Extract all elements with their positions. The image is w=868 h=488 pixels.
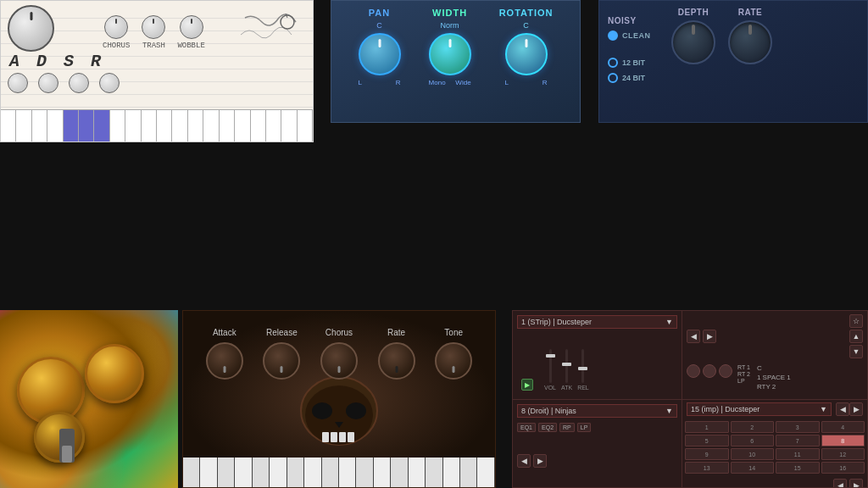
release-knob[interactable] bbox=[263, 342, 300, 380]
seq-up-button[interactable]: ▲ bbox=[849, 330, 863, 343]
vol-track[interactable] bbox=[549, 349, 552, 383]
main-knob[interactable] bbox=[8, 5, 54, 52]
seq-cell-4[interactable]: 4 bbox=[821, 421, 865, 433]
key-3[interactable] bbox=[32, 110, 47, 141]
skull-key-15[interactable] bbox=[426, 458, 442, 487]
skull-key-12[interactable] bbox=[374, 458, 391, 487]
seq-mini-knob-1[interactable] bbox=[687, 364, 700, 378]
pan-knob[interactable] bbox=[359, 33, 401, 75]
eq2-button[interactable]: EQ2 bbox=[538, 423, 557, 432]
skull-key-7[interactable] bbox=[287, 458, 304, 487]
key-2[interactable] bbox=[16, 110, 31, 141]
seq-cell-6[interactable]: 6 bbox=[731, 435, 775, 446]
decay-knob[interactable] bbox=[38, 73, 58, 93]
skull-key-9[interactable] bbox=[322, 458, 339, 487]
seq-cell-1[interactable]: 1 bbox=[685, 421, 729, 433]
seq-br-next[interactable]: ▶ bbox=[849, 402, 863, 416]
seq-arrow-prev[interactable]: ◀ bbox=[833, 479, 847, 488]
vol-thumb[interactable] bbox=[546, 354, 555, 358]
rate-knob[interactable] bbox=[728, 20, 772, 64]
seq-cell-16[interactable]: 16 bbox=[821, 462, 865, 474]
skull-key-11[interactable] bbox=[356, 458, 373, 487]
chorus-knob[interactable] bbox=[104, 15, 128, 39]
rate-knob-skull[interactable] bbox=[378, 342, 415, 380]
seq-bottom-prev[interactable]: ◀ bbox=[517, 454, 531, 468]
skull-key-2[interactable] bbox=[200, 458, 217, 487]
key-19[interactable] bbox=[281, 110, 297, 141]
seq-prev-button[interactable]: ◀ bbox=[687, 330, 700, 343]
key-12[interactable] bbox=[172, 110, 187, 141]
key-5[interactable] bbox=[64, 110, 79, 141]
skull-key-1[interactable] bbox=[183, 458, 200, 487]
key-16[interactable] bbox=[235, 110, 250, 141]
seq-cell-14[interactable]: 14 bbox=[731, 462, 775, 474]
skull-key-5[interactable] bbox=[253, 458, 270, 487]
release-knob[interactable] bbox=[99, 73, 120, 93]
seq-cell-3[interactable]: 3 bbox=[776, 421, 820, 433]
seq-top-left-dropdown[interactable]: 1 (STrip) | Ducsteper ▼ bbox=[517, 315, 677, 329]
rp-button[interactable]: RP bbox=[559, 423, 575, 432]
seq-play-button[interactable]: ▶ bbox=[521, 379, 533, 391]
key-7[interactable] bbox=[94, 110, 109, 141]
skull-key-16[interactable] bbox=[443, 458, 460, 487]
seq-mini-knob-3[interactable] bbox=[719, 364, 732, 378]
seq-cell-15[interactable]: 15 bbox=[776, 462, 820, 474]
seq-bottom-next[interactable]: ▶ bbox=[533, 454, 547, 468]
seq-cell-11[interactable]: 11 bbox=[776, 448, 820, 460]
key-8[interactable] bbox=[110, 110, 125, 141]
key-14[interactable] bbox=[203, 110, 219, 141]
key-15[interactable] bbox=[220, 110, 235, 141]
seq-bottom-right-dropdown[interactable]: 15 (imp) | Ducsteper ▼ bbox=[687, 402, 832, 416]
clean-toggle[interactable]: CLEAN bbox=[608, 30, 651, 41]
seq-cell-8[interactable]: 8 bbox=[821, 435, 865, 446]
atk-track[interactable] bbox=[565, 349, 568, 383]
sustain-knob[interactable] bbox=[69, 73, 89, 93]
attack-knob[interactable] bbox=[8, 73, 28, 93]
skull-key-10[interactable] bbox=[339, 458, 356, 487]
depth-knob[interactable] bbox=[671, 20, 715, 64]
seq-cell-12[interactable]: 12 bbox=[821, 448, 865, 460]
seq-cell-13[interactable]: 13 bbox=[685, 462, 729, 474]
12bit-toggle[interactable]: 12 BIT bbox=[608, 58, 645, 68]
seq-arrow-next[interactable]: ▶ bbox=[849, 479, 863, 488]
atk-thumb[interactable] bbox=[562, 363, 571, 366]
key-17[interactable] bbox=[251, 110, 266, 141]
seq-cell-2[interactable]: 2 bbox=[731, 421, 775, 433]
key-10[interactable] bbox=[142, 110, 157, 141]
skull-key-14[interactable] bbox=[409, 458, 426, 487]
key-1[interactable] bbox=[1, 110, 16, 141]
eq1-button[interactable]: EQ1 bbox=[517, 423, 536, 432]
key-13[interactable] bbox=[188, 110, 203, 141]
width-knob[interactable] bbox=[429, 33, 471, 75]
rel-thumb[interactable] bbox=[578, 367, 587, 370]
seq-cell-10[interactable]: 10 bbox=[731, 448, 775, 460]
key-18[interactable] bbox=[266, 110, 281, 141]
key-20[interactable] bbox=[298, 110, 313, 141]
seq-bottom-left-dropdown[interactable]: 8 (Droit) | Ninjas ▼ bbox=[517, 404, 677, 418]
seq-star-button[interactable]: ☆ bbox=[849, 314, 863, 328]
key-4[interactable] bbox=[47, 110, 63, 141]
key-11[interactable] bbox=[157, 110, 172, 141]
skull-key-18[interactable] bbox=[477, 458, 494, 487]
seq-down-button[interactable]: ▼ bbox=[849, 345, 863, 358]
skull-key-13[interactable] bbox=[391, 458, 408, 487]
seq-br-prev[interactable]: ◀ bbox=[836, 402, 849, 416]
key-6[interactable] bbox=[79, 110, 94, 141]
seq-cell-5[interactable]: 5 bbox=[685, 435, 729, 446]
seq-mini-knob-2[interactable] bbox=[703, 364, 716, 378]
wobble-knob[interactable] bbox=[180, 15, 203, 39]
key-9[interactable] bbox=[125, 110, 141, 141]
skull-key-3[interactable] bbox=[218, 458, 235, 487]
rel-track[interactable] bbox=[581, 349, 584, 383]
attack-knob[interactable] bbox=[206, 342, 243, 380]
trash-knob[interactable] bbox=[142, 15, 165, 39]
skull-key-4[interactable] bbox=[235, 458, 252, 487]
24bit-toggle[interactable]: 24 BIT bbox=[608, 73, 645, 83]
lp-button[interactable]: LP bbox=[577, 423, 592, 432]
rotation-knob[interactable] bbox=[505, 33, 548, 75]
seq-cell-7[interactable]: 7 bbox=[776, 435, 820, 446]
seq-cell-9[interactable]: 9 bbox=[685, 448, 729, 460]
seq-next-button[interactable]: ▶ bbox=[703, 330, 716, 343]
skull-key-6[interactable] bbox=[270, 458, 287, 487]
tone-knob[interactable] bbox=[435, 342, 472, 380]
